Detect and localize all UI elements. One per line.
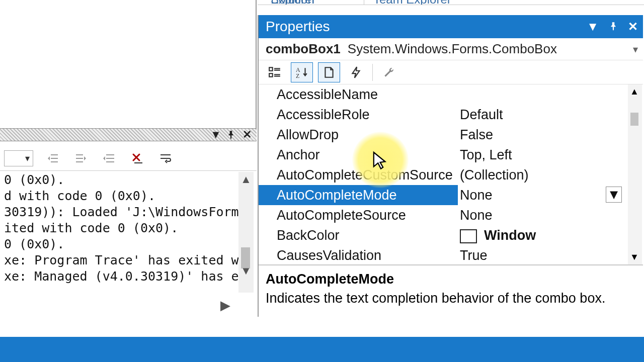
output-text[interactable]: 0 (0x0). d with code 0 (0x0). 30319)): L… <box>0 172 238 288</box>
wrap-icon[interactable] <box>157 151 174 166</box>
property-name: AutoCompleteSource <box>259 205 458 225</box>
pin-icon[interactable] <box>225 130 236 140</box>
property-name: AllowDrop <box>259 125 458 145</box>
grid-vertical-scrollbar[interactable]: ▲ ▼ <box>628 84 642 264</box>
properties-panel: Properties ▼ ✕ comboBox1 System.Windows.… <box>258 15 643 317</box>
alphabetical-icon[interactable]: AZ <box>291 62 313 82</box>
property-value[interactable]: None <box>458 205 643 225</box>
left-pane: ▼ ✕ 0 (0x0). d with code 0 (0x0). 30319)… <box>0 0 257 322</box>
property-value-text: True <box>460 248 488 263</box>
property-row[interactable]: BackColorWindow <box>259 225 643 245</box>
object-name: comboBox1 <box>266 41 341 57</box>
property-value[interactable] <box>458 84 643 105</box>
clear-icon[interactable] <box>129 151 146 166</box>
property-value[interactable]: (Collection) <box>458 165 643 185</box>
property-description: AutoCompleteMode Indicates the text comp… <box>259 264 643 317</box>
outdent-icon[interactable] <box>101 151 118 166</box>
chevron-down-icon[interactable]: ▾ <box>633 43 638 55</box>
properties-grid[interactable]: AccessibleNameAccessibleRoleDefaultAllow… <box>259 84 643 264</box>
indent-right-icon[interactable] <box>72 151 90 166</box>
property-value-text: Window <box>484 228 536 243</box>
properties-titlebar[interactable]: Properties ▼ ✕ <box>259 15 643 38</box>
events-icon[interactable] <box>345 62 367 82</box>
tab-team-explorer[interactable]: Team Explorer <box>366 0 467 5</box>
property-value-text: None <box>460 188 493 203</box>
property-value[interactable]: Top, Left <box>458 145 643 165</box>
property-name: BackColor <box>259 225 458 245</box>
property-value-text: None <box>460 208 493 223</box>
property-value-text: Top, Left <box>460 147 512 162</box>
object-type: System.Windows.Forms.ComboBox <box>348 41 557 57</box>
status-bar <box>0 337 644 362</box>
right-tabstrip: Solution Explorer Team Explorer <box>258 0 644 5</box>
property-row[interactable]: AnchorTop, Left <box>259 145 643 165</box>
output-source-select[interactable] <box>4 150 33 166</box>
panel-dropdown-icon[interactable]: ▼ <box>587 20 599 34</box>
property-row[interactable]: CausesValidationTrue <box>259 245 643 265</box>
categorized-icon[interactable] <box>264 62 286 82</box>
description-body: Indicates the text completion behavior o… <box>266 289 636 308</box>
output-dropdown-icon[interactable]: ▼ <box>210 130 221 140</box>
output-toolbar <box>0 146 257 171</box>
property-value-text: False <box>460 127 493 142</box>
property-value[interactable]: Window <box>458 225 643 245</box>
scroll-down-icon[interactable]: ▼ <box>630 252 639 262</box>
close-icon[interactable]: ✕ <box>242 130 253 140</box>
property-row[interactable]: AllowDropFalse <box>259 125 643 145</box>
property-name: AccessibleRole <box>259 105 458 125</box>
pin-icon[interactable] <box>609 20 618 34</box>
property-value-text: Default <box>460 107 503 122</box>
property-name: AccessibleName <box>259 84 458 105</box>
value-dropdown-button[interactable]: ▼ <box>606 187 622 203</box>
property-value[interactable]: None▼ <box>458 185 643 205</box>
property-value[interactable]: False <box>458 125 643 145</box>
scroll-up-icon[interactable]: ▲ <box>240 173 252 186</box>
wrench-icon[interactable] <box>378 62 400 82</box>
property-row[interactable]: AutoCompleteSourceNone <box>259 205 643 225</box>
property-value[interactable]: True <box>458 245 643 265</box>
properties-toolbar: AZ <box>259 60 643 84</box>
property-row[interactable]: AccessibleName <box>259 84 643 105</box>
scroll-down-icon[interactable]: ▼ <box>240 264 252 278</box>
close-icon[interactable]: ✕ <box>628 20 638 34</box>
output-vertical-scrollbar[interactable]: ▲ ▼ <box>238 172 254 293</box>
scroll-thumb[interactable] <box>630 113 638 126</box>
tab-solution-explorer[interactable]: Solution Explorer <box>264 0 364 5</box>
property-name: Anchor <box>259 145 458 165</box>
svg-rect-14 <box>269 67 273 71</box>
svg-text:Z: Z <box>296 72 299 78</box>
properties-page-icon[interactable] <box>318 62 340 82</box>
property-row[interactable]: AutoCompleteModeNone▼ <box>259 185 643 205</box>
property-row[interactable]: AccessibleRoleDefault <box>259 105 643 125</box>
properties-title-text: Properties <box>266 19 330 35</box>
property-row[interactable]: AutoCompleteCustomSource(Collection) <box>259 165 643 185</box>
scroll-up-icon[interactable]: ▲ <box>630 86 639 97</box>
property-name: CausesValidation <box>259 245 458 265</box>
color-swatch <box>460 229 477 243</box>
description-title: AutoCompleteMode <box>266 269 636 289</box>
property-name: AutoCompleteMode <box>259 185 458 205</box>
designer-surface[interactable] <box>0 0 257 128</box>
property-value-text: (Collection) <box>460 167 529 183</box>
indent-left-icon[interactable] <box>44 151 61 166</box>
property-value[interactable]: Default <box>458 105 643 125</box>
object-selector[interactable]: comboBox1 System.Windows.Forms.ComboBox … <box>259 38 643 60</box>
output-titlebar[interactable]: ▼ ✕ <box>0 128 257 141</box>
svg-rect-17 <box>269 73 273 77</box>
property-name: AutoCompleteCustomSource <box>259 165 458 185</box>
scroll-right-icon[interactable]: ▶ <box>220 298 230 313</box>
